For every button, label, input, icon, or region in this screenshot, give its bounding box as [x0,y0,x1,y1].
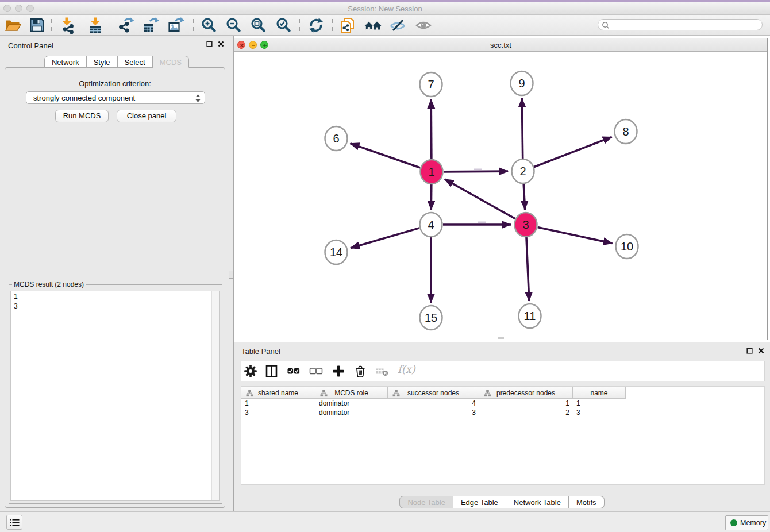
column-header-predecessor-nodes[interactable]: predecessor nodes [479,387,573,399]
tab-select[interactable]: Select [118,56,153,68]
memory-button[interactable]: Memory [725,515,768,530]
graph-node-1[interactable]: 1 [421,160,443,184]
import-table-icon[interactable] [87,17,104,34]
save-session-icon[interactable] [28,17,45,34]
zoom-out-icon[interactable] [225,17,242,34]
column-header-shared-name[interactable]: shared name [241,387,315,399]
show-panel-eye-icon[interactable] [415,17,432,34]
graph-edge-2-9[interactable] [522,98,522,159]
svg-text:15: 15 [425,311,437,324]
table-cell[interactable]: dominator [315,408,388,417]
graph-edge-2-8[interactable] [534,137,612,167]
close-table-panel-icon[interactable] [758,348,764,354]
graph-edge-3-10[interactable] [538,227,613,243]
network-view[interactable]: 1234678910111415 [234,52,767,340]
export-image-icon[interactable] [167,17,184,34]
table-cell[interactable]: 3 [241,408,315,417]
close-panel-button[interactable]: Close panel [117,110,176,122]
zoom-fit-icon[interactable] [249,17,267,34]
graph-node-15[interactable]: 15 [420,306,442,330]
graph-edge-1-6[interactable] [351,144,421,168]
export-network-icon[interactable] [117,17,134,34]
select-all-icon[interactable] [287,364,301,378]
optimization-criterion-select[interactable]: strongly connected component [26,91,205,104]
panel-splitter-grip[interactable] [229,271,233,279]
deselect-all-icon[interactable] [309,364,323,378]
search-field[interactable] [598,19,763,30]
export-table-icon[interactable] [142,17,159,34]
tab-motifs[interactable]: Motifs [569,496,605,508]
run-mcds-button[interactable]: Run MCDS [55,110,109,122]
mcds-result-line: 3 [14,301,219,311]
table-cell[interactable]: dominator [315,399,388,408]
graph-node-2[interactable]: 2 [512,159,534,183]
table-cell[interactable]: 4 [388,399,479,408]
hide-panel-eye-slash-icon[interactable] [389,17,406,34]
tab-edge-table[interactable]: Edge Table [453,496,506,508]
search-input[interactable] [612,20,758,30]
graph-node-3[interactable]: 3 [515,213,537,237]
mcds-result-line: 1 [14,291,219,301]
add-column-icon[interactable] [332,364,345,378]
window-titlebar: Session: New Session [0,0,770,15]
tab-network-table[interactable]: Network Table [506,496,569,508]
graph-node-14[interactable]: 14 [325,240,348,264]
graph-edge-3-1[interactable] [445,179,515,219]
column-header-successor-nodes[interactable]: successor nodes [388,387,479,399]
attribute-type-icon [484,390,491,397]
network-snapshot-icon[interactable] [339,17,356,34]
tab-network[interactable]: Network [44,56,87,68]
delete-table-icon[interactable] [375,364,389,378]
graph-node-7[interactable]: 7 [420,72,442,97]
task-history-button[interactable] [6,515,22,530]
mcds-result-scrollbar[interactable] [211,291,219,500]
column-header-name[interactable]: name [573,387,626,399]
table-cell[interactable]: 1 [241,399,315,408]
control-panel-title: Control Panel [8,41,53,50]
refresh-icon[interactable] [307,17,325,34]
table-row[interactable]: 3dominator323 [241,408,764,417]
graph-node-8[interactable]: 8 [615,119,637,144]
network-window-titlebar[interactable]: scc.txt [234,38,767,52]
float-panel-icon[interactable] [206,41,213,47]
main-toolbar [0,15,770,36]
table-cell[interactable]: 3 [573,408,626,417]
memory-status-dot [730,519,737,526]
zoom-selected-icon[interactable] [275,17,292,34]
table-row[interactable]: 1dominator411 [241,399,764,408]
float-table-panel-icon[interactable] [746,348,753,354]
graph-edge-3-11[interactable] [526,237,529,301]
tab-style[interactable]: Style [87,56,118,68]
table-cell[interactable]: 3 [388,408,479,417]
tab-node-table[interactable]: Node Table [399,496,453,508]
zoom-in-icon[interactable] [200,17,217,34]
table-cell[interactable]: 2 [479,408,573,417]
mcds-result-list[interactable]: 13 [10,291,220,501]
graph-node-4[interactable]: 4 [420,213,442,237]
attribute-type-icon [246,390,253,397]
graph-edge-2-3[interactable] [523,183,525,210]
table-cell[interactable]: 1 [479,399,573,408]
tab-mcds[interactable]: MCDS [153,56,189,68]
graph-edge-1-2[interactable] [444,171,508,172]
table-panel: Table Panel [234,342,770,511]
open-file-icon[interactable] [4,17,21,34]
graph-edge-4-14[interactable] [351,228,419,248]
window-resize-grip[interactable] [498,337,504,339]
show-columns-icon[interactable] [265,364,279,378]
table-settings-gear-icon[interactable] [244,364,257,378]
graph-edge-1-7[interactable] [431,99,432,160]
delete-column-trash-icon[interactable] [353,364,367,378]
column-header-MCDS-role[interactable]: MCDS role [315,387,388,399]
import-network-icon[interactable] [60,17,77,34]
function-builder-icon[interactable]: f(x) [398,363,415,375]
svg-text:9: 9 [518,77,525,90]
home-icon[interactable] [364,17,382,34]
table-cell[interactable]: 1 [573,399,626,408]
close-panel-icon[interactable] [218,41,224,47]
graph-node-9[interactable]: 9 [511,71,533,95]
svg-text:6: 6 [333,132,339,145]
graph-node-6[interactable]: 6 [325,126,348,151]
graph-node-10[interactable]: 10 [616,234,638,259]
graph-node-11[interactable]: 11 [519,304,541,328]
